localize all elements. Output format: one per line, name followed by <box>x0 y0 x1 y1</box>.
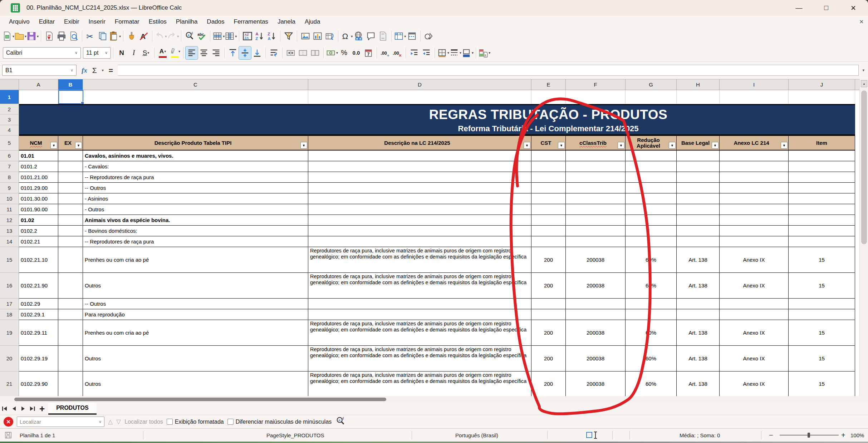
row-header-14[interactable]: 14 <box>0 236 19 247</box>
cell-D7[interactable] <box>308 161 531 172</box>
insert-columns-icon[interactable]: ▾ <box>225 30 237 43</box>
align-center-button[interactable] <box>198 46 210 59</box>
autofilter-dropdown-icon[interactable]: ▼ <box>50 142 57 149</box>
zoom-in-icon[interactable]: + <box>841 429 845 442</box>
cell-F15[interactable]: 200038 <box>566 247 626 273</box>
cut-icon[interactable]: ✂ <box>84 30 97 43</box>
cell-C6[interactable]: Cavalos, asininos e muares, vivos. <box>83 151 308 161</box>
format-currency-button[interactable]: ▾ <box>326 46 338 59</box>
cell-H1[interactable] <box>677 90 720 104</box>
sort-icon[interactable]: AZZA <box>241 30 254 43</box>
cell-F8[interactable] <box>566 172 626 183</box>
zoom-out-icon[interactable]: − <box>769 429 773 442</box>
cell-J1[interactable] <box>789 90 855 104</box>
cell-C17[interactable]: -- Outros <box>83 299 308 309</box>
row-header-9[interactable]: 9 <box>0 183 19 193</box>
cell-B6[interactable] <box>58 151 83 161</box>
pivot-table-icon[interactable] <box>324 30 336 43</box>
cell-I20[interactable]: Anexo IX <box>720 346 789 371</box>
cell-E13[interactable] <box>531 226 566 236</box>
new-icon[interactable]: ▾ <box>2 30 14 43</box>
cell-H11[interactable] <box>677 204 720 215</box>
expand-formula-bar-icon[interactable]: ▾ <box>862 68 864 73</box>
row-header-21[interactable]: 21 <box>0 371 19 396</box>
cell-A12[interactable]: 01.02 <box>19 215 58 226</box>
menu-ajuda[interactable]: Ajuda <box>300 17 325 27</box>
cell-J15[interactable]: 15 <box>789 247 855 273</box>
cell-D10[interactable] <box>308 193 531 204</box>
cell-H13[interactable] <box>677 226 720 236</box>
cell-D14[interactable] <box>308 236 531 247</box>
column-header-j[interactable]: J <box>789 79 855 90</box>
border-color-button[interactable]: ▾ <box>461 46 474 59</box>
cell-H17[interactable] <box>677 299 720 309</box>
vertical-scrollbar[interactable]: ▲ <box>859 79 868 396</box>
cell-J7[interactable] <box>789 161 855 172</box>
delete-decimal-button[interactable]: .00✕ <box>391 46 403 59</box>
cell-E7[interactable] <box>531 161 566 172</box>
autofilter-dropdown-icon[interactable]: ▼ <box>300 142 307 149</box>
cell-B19[interactable] <box>58 320 83 346</box>
row-header-13[interactable]: 13 <box>0 226 19 236</box>
insert-chart-icon[interactable] <box>312 30 324 43</box>
cell-J19[interactable]: 15 <box>789 320 855 346</box>
column-header-f[interactable]: F <box>566 79 626 90</box>
underline-button[interactable]: S▾ <box>140 46 152 59</box>
add-decimal-button[interactable]: .00+ <box>379 46 391 59</box>
cell-G9[interactable] <box>626 183 677 193</box>
cell-A13[interactable]: 0102.2 <box>19 226 58 236</box>
undo-icon[interactable]: ▾ <box>155 30 167 43</box>
column-header-c[interactable]: C <box>83 79 308 90</box>
row-header-2[interactable]: 2 <box>0 104 19 114</box>
sort-descending-icon[interactable]: ZA <box>266 30 278 43</box>
cell-H9[interactable] <box>677 183 720 193</box>
cell-C8[interactable]: -- Reprodutores de raça pura <box>83 172 308 183</box>
cell-G8[interactable] <box>626 172 677 183</box>
cell-G16[interactable]: 60% <box>626 273 677 299</box>
insert-image-icon[interactable] <box>299 30 312 43</box>
cell-B14[interactable] <box>58 236 83 247</box>
cell-D16[interactable]: Reprodutores de raça pura, inclusive mat… <box>308 273 531 299</box>
cell-F18[interactable] <box>566 309 626 320</box>
cell-J9[interactable] <box>789 183 855 193</box>
export-pdf-icon[interactable] <box>43 30 55 43</box>
cell-G17[interactable] <box>626 299 677 309</box>
cell-H21[interactable]: Art. 138 <box>677 371 720 396</box>
cell-F1[interactable] <box>566 90 626 104</box>
cell-H18[interactable] <box>677 309 720 320</box>
cell-C12[interactable]: Animais vivos da espécie bovina. <box>83 215 308 226</box>
cell-I14[interactable] <box>720 236 789 247</box>
cell-B8[interactable] <box>58 172 83 183</box>
format-date-button[interactable]: 7 <box>362 46 374 59</box>
cell-A19[interactable]: 0102.29.11 <box>19 320 58 346</box>
cell-F11[interactable] <box>566 204 626 215</box>
insert-rows-icon[interactable]: ▾ <box>212 30 225 43</box>
table-header-item[interactable]: Item <box>789 136 855 151</box>
cell-E11[interactable] <box>531 204 566 215</box>
row-header-12[interactable]: 12 <box>0 215 19 226</box>
align-bottom-button[interactable] <box>251 46 263 59</box>
autofilter-dropdown-icon[interactable]: ▼ <box>618 142 624 149</box>
cell-F19[interactable]: 200038 <box>566 320 626 346</box>
cell-I12[interactable] <box>720 215 789 226</box>
row-header-20[interactable]: 20 <box>0 346 19 371</box>
cell-A20[interactable]: 0102.29.19 <box>19 346 58 371</box>
cell-E6[interactable] <box>531 151 566 161</box>
zoom-slider-handle[interactable] <box>808 433 810 438</box>
copy-icon[interactable] <box>97 30 109 43</box>
table-header-ex[interactable]: EX▼ <box>58 136 83 151</box>
align-top-button[interactable] <box>227 46 239 59</box>
banner-merged-cell[interactable]: REGRAS TRIBUTAÇÃO - PRODUTOS Reforma Tri… <box>19 104 855 136</box>
minimize-button[interactable]: — <box>791 2 807 14</box>
table-header-ncm[interactable]: NCM▼ <box>19 136 58 151</box>
comment-icon[interactable] <box>365 30 377 43</box>
close-document-icon[interactable]: ✕ <box>859 19 864 25</box>
cell-C11[interactable]: - Outros <box>83 204 308 215</box>
align-left-button[interactable] <box>186 46 198 59</box>
cell-E14[interactable] <box>531 236 566 247</box>
cell-C7[interactable]: - Cavalos: <box>83 161 308 172</box>
function-wizard-icon[interactable]: fx <box>82 67 87 74</box>
cell-C15[interactable]: Prenhes ou com cria ao pé <box>83 247 308 273</box>
cell-F9[interactable] <box>566 183 626 193</box>
maximize-button[interactable]: □ <box>818 2 834 14</box>
